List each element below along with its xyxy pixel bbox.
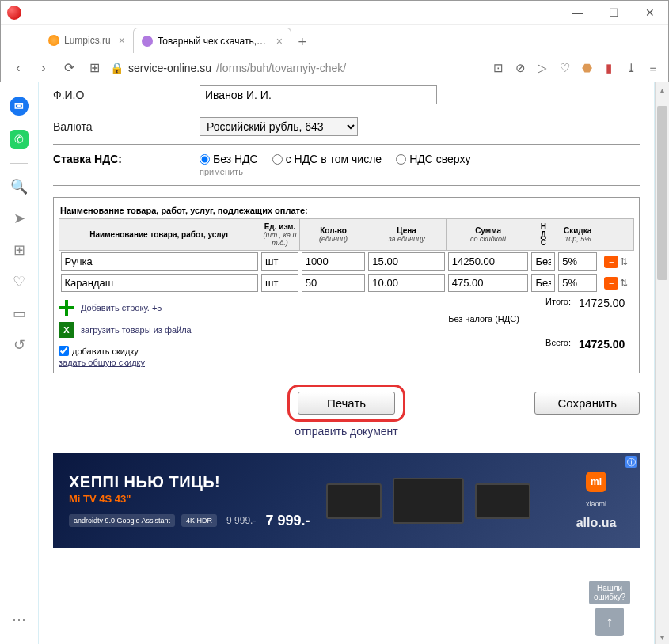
th-vat: Н Д С [530, 219, 557, 251]
vat-option-none[interactable]: Без НДС [200, 153, 258, 165]
save-button[interactable]: Сохранить [534, 392, 640, 415]
heart-icon[interactable]: ♡ [557, 61, 572, 75]
th-unit: Ед. изм.(шт., ка и т.д.) [260, 219, 300, 251]
news-icon[interactable]: ▭ [10, 305, 28, 322]
vat-rate-label: Ставка НДС: [53, 153, 200, 165]
ad-banner[interactable]: ХЕППІ НЬЮ ТИЦЬ! Mi TV 4S 43" androidtv 9… [53, 453, 640, 548]
url-field[interactable]: 🔒 service-online.su/forms/buh/tovarnyiy-… [110, 62, 346, 74]
vat-radio-included[interactable] [272, 154, 283, 165]
new-tab-button[interactable]: + [291, 31, 314, 53]
vat-option-included[interactable]: с НДС в том числе [272, 153, 382, 165]
download-icon[interactable]: ⤓ [624, 61, 638, 75]
load-from-file-link[interactable]: загрузить товары из файла [81, 325, 192, 335]
item-sum-input[interactable] [448, 274, 529, 292]
item-price-input[interactable] [368, 274, 444, 292]
bookmark-icon[interactable]: ▮ [602, 61, 616, 75]
separator [53, 144, 640, 145]
sidebar-separator [10, 163, 28, 164]
reorder-icon[interactable]: ⇅ [620, 256, 628, 267]
vat-radio-ontop[interactable] [396, 154, 406, 165]
ad-old-price: 9 999.- [226, 515, 256, 526]
item-unit-input[interactable] [261, 252, 298, 271]
screenshot-icon[interactable]: ⊡ [491, 61, 505, 75]
reorder-icon[interactable]: ⇅ [620, 278, 628, 289]
item-qty-input[interactable] [302, 274, 366, 292]
fio-label: Ф.И.О [53, 89, 200, 101]
search-icon[interactable]: 🔍 [10, 178, 28, 195]
tab-close-icon[interactable]: × [119, 34, 125, 47]
page-content: Ф.И.О Валюта Российский рубль, 643 Ставк… [38, 82, 655, 644]
xiaomi-logo-icon: mi [586, 472, 606, 492]
set-total-discount-link[interactable]: задать общую скидку [59, 358, 145, 367]
close-button[interactable]: ✕ [632, 1, 668, 25]
fio-input[interactable] [200, 85, 437, 104]
vpn-icon[interactable]: ⊘ [513, 61, 527, 75]
facebook-messenger-icon[interactable]: ✉ [10, 97, 29, 116]
history-icon[interactable]: ↺ [10, 336, 28, 354]
vat-apply-link[interactable]: применить [200, 167, 243, 176]
currency-select[interactable]: Российский рубль, 643 [200, 117, 358, 136]
vsego-value: 14725.00 [579, 338, 634, 350]
easy-setup-icon[interactable]: ≡ [646, 61, 660, 75]
maximize-button[interactable]: ☐ [595, 1, 632, 25]
print-button[interactable]: Печать [298, 392, 395, 415]
item-discount-input[interactable] [558, 252, 597, 271]
vat-option-ontop[interactable]: НДС сверху [396, 153, 470, 165]
window-titlebar: — ☐ ✕ [1, 1, 668, 25]
item-price-input[interactable] [368, 252, 444, 271]
item-discount-input[interactable] [558, 274, 597, 292]
feedback-button[interactable]: Нашлиошибку? [589, 581, 630, 604]
vat-radio-none[interactable] [200, 154, 210, 165]
extension-icon[interactable]: ⬣ [580, 61, 594, 75]
tab-tovarnyi-chek[interactable]: Товарный чек скачать, ра × [133, 28, 291, 53]
add-five-rows-link[interactable]: +5 [152, 303, 162, 313]
itogo-label: Итого: [545, 297, 571, 309]
tab-label: Lumpics.ru [64, 35, 111, 46]
excel-icon[interactable]: X [59, 322, 74, 338]
send-icon[interactable]: ➤ [10, 210, 28, 227]
lock-icon: 🔒 [110, 62, 124, 74]
browser-sidebar: ✉ ✆ 🔍 ➤ ⊞ ♡ ▭ ↺ ⋯ [0, 82, 38, 644]
item-name-input[interactable] [61, 274, 259, 292]
delete-row-icon[interactable]: − [604, 277, 618, 290]
forward-button[interactable]: › [34, 59, 53, 78]
minimize-button[interactable]: — [559, 1, 595, 25]
table-row: −⇅ [59, 272, 634, 294]
items-title: Наименование товара, работ, услуг, подле… [59, 203, 634, 218]
back-button[interactable]: ‹ [9, 59, 28, 78]
scroll-down-icon[interactable]: ▾ [656, 630, 669, 644]
separator [53, 185, 640, 186]
send-document-link[interactable]: отправить документ [53, 425, 640, 438]
page-scrollbar[interactable]: ▴ ▾ [655, 82, 669, 644]
item-vat-input[interactable] [531, 252, 555, 271]
item-sum-input[interactable] [448, 252, 529, 271]
speed-dial-icon[interactable]: ⊞ [10, 241, 28, 259]
scroll-up-icon[interactable]: ▴ [656, 82, 669, 97]
address-bar: ‹ › ⟳ ⊞ 🔒 service-online.su/forms/buh/to… [1, 53, 668, 83]
tab-favicon-icon [142, 36, 153, 47]
scroll-thumb[interactable] [657, 106, 667, 280]
speed-dial-button[interactable]: ⊞ [85, 59, 104, 78]
add-discount-checkbox[interactable] [59, 346, 69, 356]
play-icon[interactable]: ▷ [535, 61, 549, 75]
opera-logo-icon[interactable] [7, 6, 21, 20]
window-controls: — ☐ ✕ [559, 1, 668, 25]
th-sum: Суммасо скидкой [447, 219, 530, 251]
whatsapp-icon[interactable]: ✆ [10, 130, 29, 149]
tab-close-icon[interactable]: × [276, 35, 283, 47]
tab-lumpics[interactable]: Lumpics.ru × [40, 28, 133, 53]
ad-subtitle: Mi TV 4S 43" [69, 493, 310, 505]
plus-icon[interactable] [59, 300, 74, 316]
tax-note: Без налога (НДС) [428, 314, 634, 324]
heart-sidebar-icon[interactable]: ♡ [10, 273, 28, 290]
sidebar-more-icon[interactable]: ⋯ [10, 611, 28, 628]
reload-button[interactable]: ⟳ [59, 59, 78, 78]
item-qty-input[interactable] [302, 252, 366, 271]
add-row-link[interactable]: Добавить строку. [81, 303, 150, 313]
scroll-to-top-button[interactable]: ↑ [595, 608, 624, 636]
delete-row-icon[interactable]: − [604, 256, 618, 268]
item-vat-input[interactable] [531, 274, 555, 292]
item-name-input[interactable] [61, 252, 259, 271]
item-unit-input[interactable] [261, 274, 298, 292]
vsego-label: Всего: [545, 338, 571, 350]
